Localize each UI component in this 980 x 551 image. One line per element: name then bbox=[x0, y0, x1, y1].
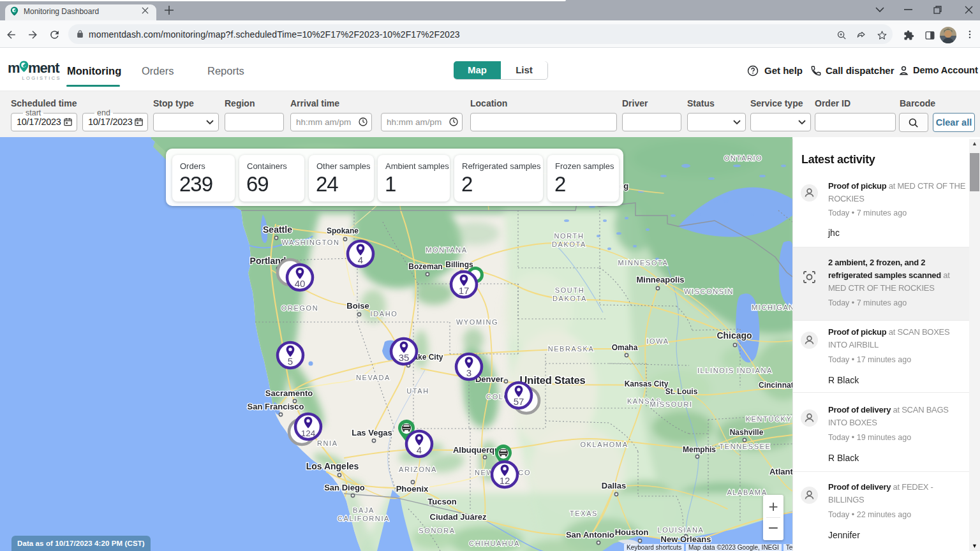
svg-text:Boise: Boise bbox=[346, 301, 369, 311]
svg-text:SONORA: SONORA bbox=[419, 527, 455, 534]
svg-text:Cincinnati: Cincinnati bbox=[759, 381, 792, 390]
svg-text:Phoenix: Phoenix bbox=[396, 484, 429, 494]
svg-text:San Diego: San Diego bbox=[324, 483, 365, 492]
svg-text:ARIZONA: ARIZONA bbox=[399, 466, 437, 473]
svg-text:BAJA: BAJA bbox=[353, 506, 375, 514]
svg-text:LOGISTICS: LOGISTICS bbox=[22, 75, 61, 81]
svg-text:UTAH: UTAH bbox=[406, 387, 429, 395]
svg-text:ILLINOIS: ILLINOIS bbox=[697, 367, 734, 374]
svg-text:4: 4 bbox=[417, 444, 422, 455]
svg-text:3: 3 bbox=[466, 367, 471, 378]
svg-text:ONTARIO: ONTARIO bbox=[724, 154, 763, 162]
svg-text:NEVADA: NEVADA bbox=[356, 374, 390, 381]
svg-text:5: 5 bbox=[288, 356, 293, 367]
svg-text:MISSOURI: MISSOURI bbox=[650, 400, 692, 408]
svg-text:Omaha: Omaha bbox=[612, 343, 638, 352]
svg-text:KENTUCKY: KENTUCKY bbox=[746, 415, 792, 423]
svg-text:Dallas: Dallas bbox=[602, 481, 626, 490]
svg-text:57: 57 bbox=[514, 396, 524, 407]
svg-text:Los Angeles: Los Angeles bbox=[306, 461, 359, 471]
svg-text:IOWA: IOWA bbox=[646, 337, 669, 345]
svg-text:San Antonio: San Antonio bbox=[566, 530, 614, 540]
svg-text:Ciudad Juárez: Ciudad Juárez bbox=[430, 512, 487, 522]
svg-text:Minneapolis: Minneapolis bbox=[636, 275, 684, 284]
svg-text:Sacramento: Sacramento bbox=[265, 388, 313, 398]
svg-text:Nashville: Nashville bbox=[730, 428, 764, 437]
svg-text:LOUISIANA: LOUISIANA bbox=[657, 526, 704, 534]
svg-text:OREGON: OREGON bbox=[281, 304, 319, 312]
svg-text:INDIANA: INDIANA bbox=[737, 367, 773, 374]
svg-text:4: 4 bbox=[358, 254, 363, 265]
svg-text:MICHIGAN: MICHIGAN bbox=[752, 304, 792, 311]
svg-text:RNIA: RNIA bbox=[317, 439, 338, 447]
svg-text:17: 17 bbox=[459, 285, 470, 296]
svg-text:CALIFORNIA: CALIFORNIA bbox=[338, 515, 390, 522]
svg-text:Tucson: Tucson bbox=[427, 497, 456, 506]
svg-text:Kansas City: Kansas City bbox=[625, 379, 669, 388]
svg-text:ALABAMA: ALABAMA bbox=[727, 489, 767, 496]
svg-text:Las Vegas: Las Vegas bbox=[352, 428, 392, 437]
svg-text:Houston: Houston bbox=[615, 527, 649, 537]
svg-text:St. Louis: St. Louis bbox=[665, 387, 698, 396]
svg-text:WISCONSIN: WISCONSIN bbox=[684, 288, 734, 295]
svg-text:MONTANA: MONTANA bbox=[426, 246, 467, 254]
svg-text:Bozeman: Bozeman bbox=[408, 262, 442, 271]
svg-text:TEXAS: TEXAS bbox=[570, 510, 598, 517]
svg-text:San Francisco: San Francisco bbox=[248, 402, 304, 411]
svg-text:Spokane: Spokane bbox=[327, 226, 359, 235]
svg-text:12: 12 bbox=[500, 475, 510, 486]
svg-text:TENNESSEE: TENNESSEE bbox=[719, 443, 771, 450]
svg-text:124: 124 bbox=[301, 429, 316, 438]
svg-text:CHIHUAHUA: CHIHUAHUA bbox=[469, 540, 520, 547]
svg-text:DAKOTA: DAKOTA bbox=[553, 295, 587, 302]
svg-text:NORTH: NORTH bbox=[554, 232, 584, 240]
svg-text:DAKOTA: DAKOTA bbox=[552, 240, 586, 248]
svg-text:m: m bbox=[8, 60, 20, 76]
svg-text:35: 35 bbox=[399, 352, 410, 363]
svg-text:SOUTH: SOUTH bbox=[555, 286, 585, 294]
svg-text:OKLAHOMA: OKLAHOMA bbox=[580, 441, 628, 448]
svg-text:Atlanta: Atlanta bbox=[769, 467, 792, 476]
svg-text:Chicago: Chicago bbox=[716, 330, 752, 341]
svg-text:ment: ment bbox=[28, 60, 60, 76]
svg-text:IDAHO: IDAHO bbox=[371, 310, 398, 318]
svg-text:Memphis: Memphis bbox=[683, 445, 716, 454]
svg-text:Billings: Billings bbox=[445, 260, 473, 269]
svg-text:NEBRASKA: NEBRASKA bbox=[548, 345, 595, 353]
svg-text:Seattle: Seattle bbox=[263, 224, 292, 235]
svg-text:United States: United States bbox=[520, 374, 586, 386]
svg-text:40: 40 bbox=[295, 278, 306, 289]
svg-text:WASHINGTON: WASHINGTON bbox=[281, 239, 339, 246]
svg-text:WYOMING: WYOMING bbox=[456, 318, 498, 326]
svg-text:MINNESOTA: MINNESOTA bbox=[618, 259, 669, 267]
svg-text:New Orleans: New Orleans bbox=[661, 534, 711, 544]
